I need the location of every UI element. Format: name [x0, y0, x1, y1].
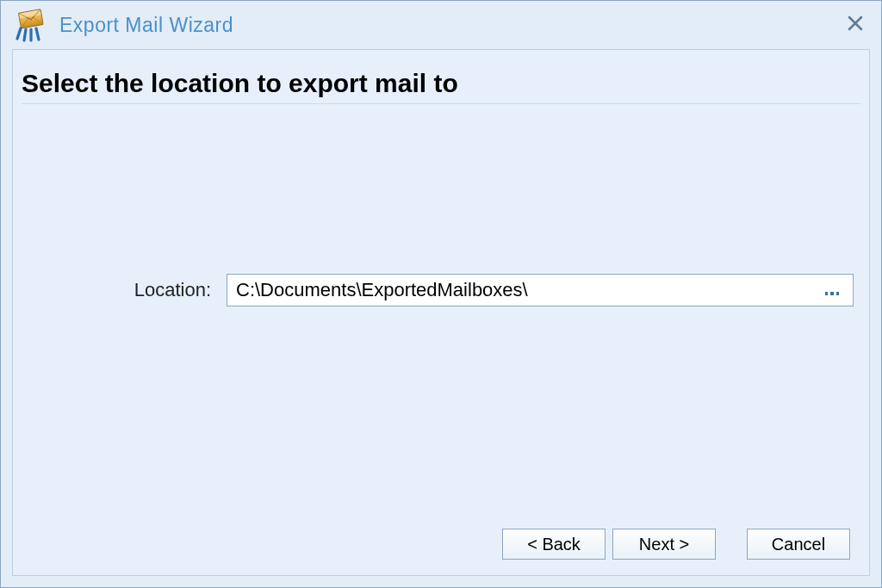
next-button[interactable]: Next > — [612, 529, 716, 560]
title-bar: Export Mail Wizard — [1, 1, 881, 49]
ellipsis-icon — [825, 292, 840, 295]
page-heading: Select the location to export mail to — [22, 69, 860, 98]
back-button[interactable]: < Back — [502, 529, 606, 560]
wizard-window: Export Mail Wizard Select the location t… — [0, 0, 882, 588]
heading-wrap: Select the location to export mail to — [13, 50, 869, 113]
cancel-button[interactable]: Cancel — [747, 529, 850, 560]
browse-button[interactable] — [818, 275, 846, 306]
divider — [22, 103, 860, 104]
mail-export-icon — [13, 8, 47, 42]
location-label: Location: — [28, 279, 227, 301]
location-row: Location: — [13, 274, 869, 306]
window-title: Export Mail Wizard — [59, 14, 233, 37]
wizard-panel: Select the location to export mail to Lo… — [12, 49, 870, 576]
button-bar: < Back Next > Cancel — [502, 529, 850, 560]
nav-button-pair: < Back Next > — [502, 529, 716, 560]
location-field-wrap — [227, 274, 854, 306]
location-input[interactable] — [236, 275, 810, 306]
close-button[interactable] — [843, 11, 867, 35]
